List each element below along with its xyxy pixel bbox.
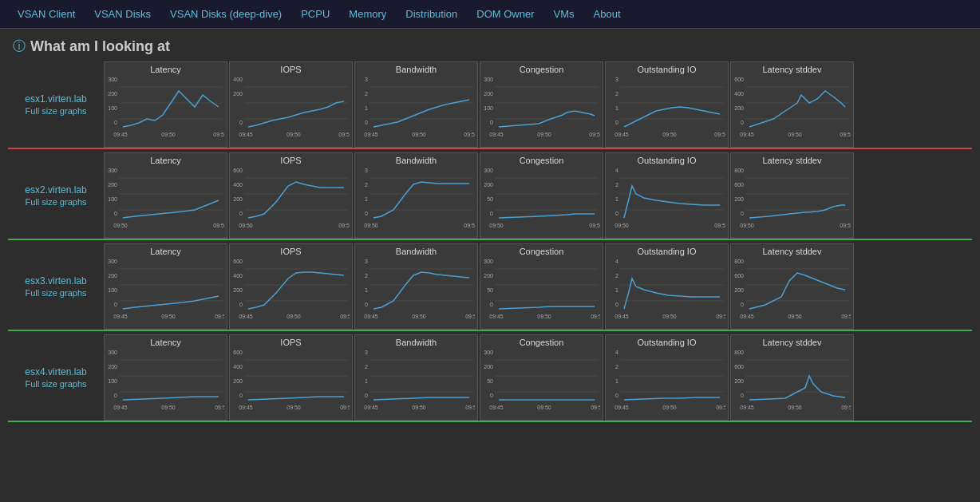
chart-line-0-1 [123,200,219,218]
nav-item-vms[interactable]: VMs [544,2,584,26]
chart-title-0-1: Latency [105,153,227,166]
chart-line-2-2 [373,272,469,309]
chart-bandwidth-1: Bandwidth321009:5009:55 [354,152,478,239]
chart-svg-3-0: 300200100009:4509:5009:55 [480,75,600,137]
svg-text:0: 0 [615,302,618,307]
svg-text:09:55: 09:55 [714,223,725,228]
chart-svg-4-1: 421009:5009:55 [606,166,725,228]
svg-text:100: 100 [108,287,117,293]
svg-text:0: 0 [114,393,117,398]
chart-title-5-0: Latency stddev [731,62,853,75]
svg-text:09:50: 09:50 [113,223,128,228]
server-full-size-link-0[interactable]: Full size graphs [14,106,97,116]
chart-svg-1-1: 600400200009:5009:55 [230,166,350,228]
svg-text:200: 200 [233,287,243,293]
chart-line-5-3 [749,376,845,400]
svg-text:3: 3 [615,77,618,82]
svg-text:200: 200 [484,273,493,279]
navigation: VSAN ClientVSAN DisksVSAN Disks (deep-di… [0,0,980,29]
chart-svg-0-2: 300200100009:4509:5009:5 [105,257,224,319]
chart-stddev-2: Latency stddev800600200009:4509:5009:5 [730,243,854,330]
svg-text:200: 200 [108,273,117,279]
svg-text:2: 2 [365,273,368,279]
nav-item-dom-owner[interactable]: DOM Owner [467,2,543,26]
chart-title-1-3: IOPS [230,335,352,348]
chart-bandwidth-2: Bandwidth321009:4509:5009:5 [354,243,478,330]
chart-title-2-2: Bandwidth [355,244,477,257]
chart-svg-5-3: 800600200009:4509:5009:5 [731,348,851,410]
nav-item-pcpu[interactable]: PCPU [291,2,339,26]
chart-line-0-3 [123,397,219,400]
svg-text:09:5: 09:5 [215,314,224,319]
svg-text:09:55: 09:55 [840,223,851,228]
svg-text:09:5: 09:5 [215,405,224,410]
server-label-1: esx2.virten.labFull size graphs [8,184,104,207]
server-row-2: esx3.virten.labFull size graphsLatency30… [8,243,972,331]
svg-text:0: 0 [365,393,368,398]
nav-item-vsan-disks-deep-dive[interactable]: VSAN Disks (deep-dive) [160,2,291,26]
chart-line-4-3 [624,397,720,400]
svg-text:300: 300 [108,168,117,173]
svg-text:09:50: 09:50 [286,405,301,410]
server-full-size-link-3[interactable]: Full size graphs [14,379,97,389]
svg-text:09:50: 09:50 [286,314,301,319]
svg-text:100: 100 [108,105,117,111]
svg-text:3: 3 [365,168,368,173]
nav-item-distribution[interactable]: Distribution [396,2,467,26]
chart-stddev-0: Latency stddev600400200009:4509:5009:55 [730,61,854,148]
chart-title-3-2: Congestion [480,244,603,257]
svg-text:2: 2 [615,91,618,97]
svg-text:09:55: 09:55 [589,223,600,228]
chart-line-3-2 [499,306,595,309]
svg-text:1: 1 [365,378,368,384]
svg-text:09:45: 09:45 [740,132,754,137]
server-full-size-link-1[interactable]: Full size graphs [14,197,97,207]
nav-item-vsan-client[interactable]: VSAN Client [8,2,85,26]
svg-text:0: 0 [741,120,744,125]
chart-title-5-3: Latency stddev [731,335,853,348]
nav-item-about[interactable]: About [584,2,630,26]
svg-text:0: 0 [490,211,493,216]
svg-text:300: 300 [484,350,493,355]
svg-text:09:50: 09:50 [161,132,176,137]
svg-text:200: 200 [484,182,493,188]
svg-text:600: 600 [734,273,744,279]
svg-text:09:55: 09:55 [464,223,475,228]
chart-svg-1-2: 600400200009:4509:5009:5 [230,257,350,319]
svg-text:200: 200 [484,91,493,97]
svg-text:09:5: 09:5 [591,314,600,319]
svg-text:400: 400 [233,77,243,82]
server-label-0: esx1.virten.labFull size graphs [8,93,104,116]
svg-text:3: 3 [365,350,368,355]
svg-text:3: 3 [365,259,368,264]
chart-title-4-2: Outstanding IO [606,244,728,257]
nav-item-memory[interactable]: Memory [339,2,396,26]
svg-text:09:5: 09:5 [841,405,851,410]
svg-text:0: 0 [741,302,744,307]
nav-item-vsan-disks[interactable]: VSAN Disks [85,2,160,26]
chart-line-5-1 [749,205,845,218]
svg-text:300: 300 [484,77,493,82]
server-full-size-link-2[interactable]: Full size graphs [14,288,97,298]
chart-line-4-2 [624,279,720,309]
svg-text:09:50: 09:50 [412,132,426,137]
chart-svg-0-1: 300200100009:5009:55 [105,166,224,228]
svg-text:09:45: 09:45 [113,405,128,410]
svg-text:09:55: 09:55 [338,223,350,228]
chart-svg-4-3: 421009:4509:5009:5 [606,348,725,410]
svg-text:09:50: 09:50 [489,223,504,228]
svg-text:09:55: 09:55 [464,132,475,137]
chart-congestion-3: Congestion30020050009:4509:5009:5 [480,334,603,421]
chart-congestion-0: Congestion300200100009:4509:5009:55 [480,61,603,148]
svg-text:1: 1 [365,196,368,202]
svg-text:09:55: 09:55 [213,223,224,228]
chart-latency-1: Latency300200100009:5009:55 [104,152,227,239]
svg-text:600: 600 [233,259,243,264]
svg-text:09:45: 09:45 [740,405,754,410]
server-label-3: esx4.virten.labFull size graphs [8,366,104,389]
svg-text:0: 0 [615,120,618,125]
chart-title-3-0: Congestion [480,62,603,75]
svg-text:4: 4 [615,259,618,264]
chart-line-0-0 [123,91,219,127]
svg-text:300: 300 [108,350,117,355]
